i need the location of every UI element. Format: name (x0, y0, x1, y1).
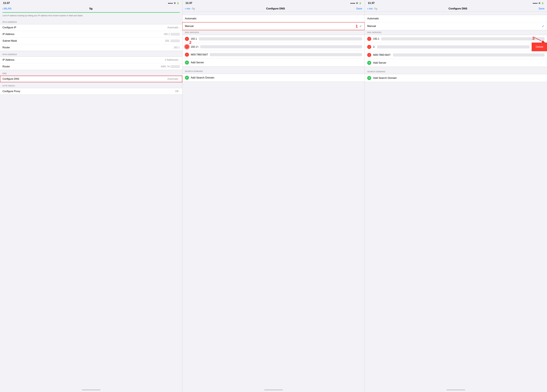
svg-line-1 (535, 38, 546, 43)
back-button-1[interactable]: ‹ WLAN (2, 7, 12, 10)
manual-label-2: Manual (185, 25, 194, 28)
save-button-2[interactable]: Save (356, 7, 362, 10)
add-server-icon-2[interactable]: + (185, 60, 189, 65)
configure-dns-value: Automatic › (167, 78, 180, 80)
configure-ip-row[interactable]: Configure IP Automatic › (0, 24, 182, 31)
dns-content-2: Automatic Manual ✓ 1 DNS SERVERS − 192.1 (182, 12, 365, 388)
ipv6-section: IPV6 ADDRESS IP Address 2 Addresses › Ro… (0, 53, 182, 70)
network-label-3: -5g (374, 7, 377, 10)
status-icons-3: ●●●● ⌘ 🔋 (533, 2, 544, 4)
add-search-domain-row-3[interactable]: + Add Search Domain (365, 74, 547, 82)
remove-server-1-p2[interactable]: − (185, 37, 189, 41)
home-indicator-3 (365, 388, 547, 392)
server-value-1-p2: 192.1 (191, 38, 197, 40)
manual-option-3[interactable]: Manual ✓ (365, 22, 547, 30)
add-search-domain-icon-2[interactable]: + (185, 76, 189, 80)
subnet-mask-row[interactable]: Subnet Mask 255. (0, 38, 182, 44)
ip-address-value: 192.1 (164, 33, 180, 36)
annotation-2: 2 (189, 40, 191, 45)
server-row-3-p3: − fd00:7860:5b07: (365, 51, 547, 59)
back-button-3[interactable]: ‹ mo -5g (367, 7, 377, 10)
remove-server-3-p3[interactable]: − (367, 53, 371, 57)
ipv4-card: Configure IP Automatic › IP Address 192.… (0, 24, 182, 51)
server-row-2-p3: − 2. Delete 3 (365, 43, 547, 51)
remove-server-2-p2[interactable]: − (185, 45, 189, 49)
search-domains-label-3: SEARCH DOMAINS (365, 71, 547, 74)
delete-button[interactable]: Delete 3 (532, 43, 547, 51)
chevron-left-icon-1: ‹ (2, 7, 4, 10)
search-domains-card-3: + Add Search Domain (365, 74, 547, 82)
back-button-2[interactable]: ‹ mo -5g (185, 7, 195, 10)
server-gray-1-p3 (381, 37, 545, 40)
ip-gray-bar (171, 33, 180, 36)
status-bar-2: 11:37 ●●●● ⌘ 🔋 (182, 0, 365, 6)
ip-address-row[interactable]: IP Address 192.1 (0, 31, 182, 38)
signal-icon-3: ●●●● (533, 2, 538, 4)
status-bar-1: 11:37 ●●●● ⌘ 🔋 (0, 0, 182, 6)
nav-bar-2: ‹ mo -5g Configure DNS Save (182, 6, 365, 12)
dns-servers-label-2: DNS SERVERS (182, 31, 365, 35)
checkmark-icon-2: ✓ (359, 24, 362, 28)
server-value-3-p2: fd00:7860:5b07 (191, 53, 208, 56)
home-indicator-2 (182, 388, 365, 392)
server-value-1-p3: 192.1 (373, 38, 379, 40)
http-proxy-label: HTTP PROXY (0, 85, 182, 88)
remove-server-1-p3[interactable]: − (367, 37, 371, 41)
configure-ip-label: Configure IP (2, 26, 16, 29)
remove-server-2-p3[interactable]: − (367, 45, 371, 49)
checkmark-icon-3: ✓ (542, 24, 545, 28)
nav-bar-1: ‹ WLAN 5g (0, 6, 182, 12)
manual-option-2[interactable]: Manual ✓ 1 (182, 22, 365, 30)
search-domains-label-2: SEARCH DOMAINS (182, 70, 365, 74)
add-search-domain-row-2[interactable]: + Add Search Domain (182, 74, 365, 82)
server-row-2-p2: − 2 192.1٦ (182, 43, 365, 51)
nav-title-2: Configure DNS (266, 7, 285, 10)
add-server-row-2[interactable]: + Add Server (182, 59, 365, 66)
remove-server-3-p2[interactable]: − (185, 53, 189, 57)
add-server-row-3[interactable]: + Add Server (365, 59, 547, 67)
home-indicator-1 (0, 388, 182, 392)
dns-card: Configure DNS Automatic › (0, 76, 182, 82)
save-button-3[interactable]: Save (539, 7, 545, 10)
automatic-option-3[interactable]: Automatic (365, 15, 547, 22)
automatic-option-2[interactable]: Automatic (182, 15, 365, 22)
ipv6-router-row[interactable]: Router fe80::7e (0, 63, 182, 70)
router-value: 192.1 (174, 46, 180, 49)
server-gray-3-p3 (393, 53, 545, 57)
ipv6-card: IP Address 2 Addresses › Router fe80::7e (0, 57, 182, 70)
ipv6-router-label: Router (2, 65, 10, 68)
search-domains-section-3: SEARCH DOMAINS + Add Search Domain (365, 71, 547, 82)
add-server-icon-3[interactable]: + (367, 61, 371, 65)
wifi-icon-2: ⌘ (356, 2, 358, 4)
ipv4-label: IPV4 ADDRESS (0, 21, 182, 24)
ipv6-gray-bar (171, 65, 180, 68)
wifi-icon-1: ⌘ (174, 2, 176, 4)
automatic-label-3: Automatic (367, 17, 379, 20)
chevron-right-icon: › (179, 26, 180, 29)
status-bar-3: 11:37 ●●●● ⌘ 🔋 (365, 0, 547, 6)
home-bar-3 (447, 390, 465, 390)
wifi-icon-3: ⌘ (539, 2, 540, 4)
router-row[interactable]: Router 192.1 (0, 44, 182, 51)
server-gray-3-p2 (210, 53, 362, 56)
nav-title-1: 5g (12, 7, 171, 10)
dns-servers-label-3: DNS SERVERS (365, 31, 547, 35)
server-gray-2-p2 (200, 45, 362, 48)
server-value-2-p3: 2. (373, 46, 375, 48)
server-gray-2-p3 (377, 45, 529, 48)
configure-proxy-value: Off › (175, 90, 180, 93)
subnet-mask-label: Subnet Mask (2, 40, 17, 42)
dns-servers-section-3: DNS SERVERS − 192.1 − 2. Delete (365, 31, 547, 67)
router-label: Router (2, 46, 10, 49)
add-search-domain-label-3: Add Search Domain (373, 76, 397, 80)
configure-proxy-row[interactable]: Configure Proxy Off › (0, 88, 182, 95)
chevron-right-icon-4: › (179, 90, 180, 93)
dns-mode-card-3: Automatic Manual ✓ (365, 15, 547, 30)
back-label-1[interactable]: WLAN (4, 7, 12, 10)
configure-dns-row[interactable]: Configure DNS Automatic › (0, 76, 182, 82)
server-value-2-p2: 192.1٦ (191, 45, 198, 48)
ipv6-address-row[interactable]: IP Address 2 Addresses › (0, 57, 182, 63)
nav-title-3: Configure DNS (449, 7, 467, 10)
battery-icon-1: 🔋 (177, 2, 179, 4)
add-search-domain-icon-3[interactable]: + (367, 76, 371, 80)
